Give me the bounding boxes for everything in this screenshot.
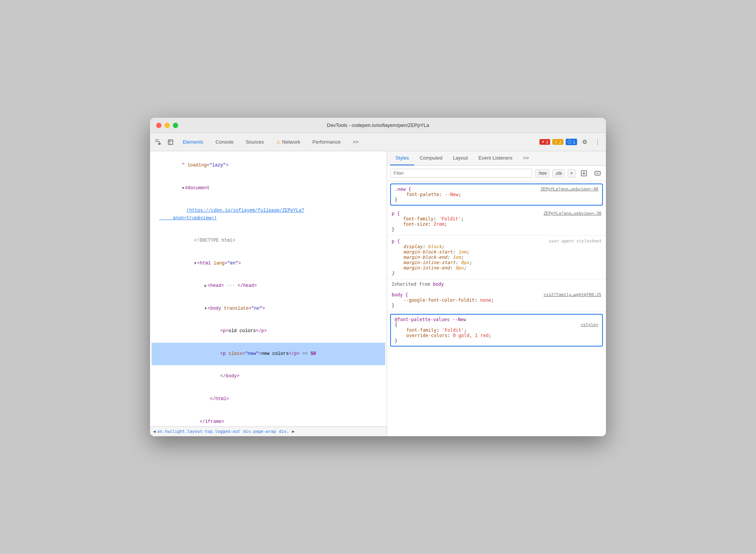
dom-line-head[interactable]: ▶<head> ··· </head> (152, 275, 385, 298)
breadcrumb-item-2[interactable]: div.page-wrap (243, 429, 276, 434)
rule-p1-header: ZEPpYLa?ano…ue&view=:30 p { (392, 211, 601, 216)
info-icon: ⓘ (568, 139, 572, 145)
inherited-element: body (433, 282, 444, 287)
inherited-label: Inherited from body (387, 279, 606, 289)
toggle-classes-icon[interactable] (592, 168, 603, 179)
rule-body-header: css2?family…wght@700:25 body { (392, 292, 601, 298)
panel-right: Styles Computed Layout Event Listeners >… (387, 151, 606, 436)
warn-count: 2 (559, 140, 561, 144)
rule-p1: ZEPpYLa?ano…ue&view=:30 p { font-family:… (387, 208, 606, 236)
hov-button[interactable]: :hov (535, 169, 549, 177)
dom-tree[interactable]: " loading="lazy"> ▼#document (https://cd… (150, 151, 387, 426)
rule-p-ua-prop-3: margin-block-end: 1em; (392, 255, 601, 260)
dom-line-body[interactable]: ▼<body translate="no"> (152, 298, 385, 320)
toolbar: Elements Console Sources ⚠ Network Perfo… (150, 133, 606, 151)
rule-new: ZEPpYLa?ano…ue&view=:40 .new { font-pale… (390, 184, 603, 206)
info-badge: ⓘ 1 (566, 139, 577, 145)
new-rule-icon[interactable] (579, 168, 589, 179)
warning-badge: ⚠ 2 (552, 139, 563, 145)
dom-line: " loading="lazy"> (152, 154, 385, 177)
rule-new-source[interactable]: ZEPpYLa?ano…ue&view=:40 (541, 187, 598, 192)
tab-more[interactable]: >> (348, 137, 364, 147)
titlebar: DevTools - codepen.io/sofiayem/pen/ZEPpY… (150, 118, 606, 133)
rule-font-palette-prop-1: font-family: 'Foldit'; (395, 328, 598, 333)
breadcrumb-item-3[interactable]: div. (279, 429, 289, 434)
rule-body-source[interactable]: css2?family…wght@700:25 (544, 292, 601, 297)
breadcrumb-bar: ◀ on.twilight.layout-top.logged-out div.… (150, 426, 387, 436)
tab-network[interactable]: ⚠ Network (271, 137, 306, 147)
traffic-lights (156, 123, 178, 128)
breadcrumb-item-1[interactable]: on.twilight.layout-top.logged-out (157, 429, 240, 434)
error-count: 3 (546, 140, 548, 144)
rule-font-palette-open: <style> { (395, 322, 598, 328)
dom-line-iframe-close: </iframe> (152, 410, 385, 426)
info-count: 1 (573, 140, 575, 144)
dom-line-html[interactable]: ▼<html lang="en"> (152, 252, 385, 275)
tab-styles[interactable]: Styles (390, 151, 414, 165)
window-title: DevTools - codepen.io/sofiayem/pen/ZEPpY… (327, 122, 429, 128)
more-menu-icon[interactable]: ⋮ (592, 137, 603, 147)
svg-rect-0 (156, 139, 158, 142)
rule-body-selector: body { (392, 292, 408, 298)
main-content: " loading="lazy"> ▼#document (https://cd… (150, 151, 606, 436)
rule-new-close: } (395, 197, 598, 203)
left-arrow[interactable]: ◀ (153, 429, 156, 434)
rule-p1-selector: p { (392, 211, 400, 216)
filter-input[interactable] (390, 169, 532, 178)
rule-new-header: ZEPpYLa?ano…ue&view=:40 .new { (395, 187, 598, 192)
rule-p1-source[interactable]: ZEPpYLa?ano…ue&view=:30 (544, 211, 601, 216)
right-arrow[interactable]: ▶ (292, 429, 295, 434)
dom-line-doctype: <!DOCTYPE html> (152, 230, 385, 252)
rule-p1-prop-1: font-family: 'Foldit'; (392, 216, 601, 222)
rule-p-ua-close: } (392, 271, 601, 276)
dom-line-link[interactable]: (https://cdpn.io/sofiayem/fullpage/ZEPpY… (152, 199, 385, 230)
rule-p1-close: } (392, 227, 601, 232)
rule-p-ua-prop-1: display: block; (392, 244, 601, 249)
error-badge: ✕ 3 (539, 139, 550, 145)
styles-tabs: Styles Computed Layout Event Listeners >… (387, 151, 606, 166)
rule-body-close: } (392, 303, 601, 308)
rule-p-ua-selector: p { (392, 239, 400, 244)
close-button[interactable] (156, 123, 161, 128)
inspect-icon[interactable] (165, 137, 176, 147)
minimize-button[interactable] (164, 123, 170, 128)
tab-elements[interactable]: Elements (177, 137, 209, 147)
selector-icon[interactable] (153, 137, 164, 147)
rule-p1-prop-2: font-size: 2rem; (392, 222, 601, 227)
rule-new-selector: .new { (395, 187, 411, 192)
rule-font-palette-header: @font-palette-values --New (395, 317, 598, 322)
rule-body: css2?family…wght@700:25 body { --google-… (387, 289, 606, 312)
rule-p-ua-source: user agent stylesheet (549, 239, 601, 244)
rule-p-ua-prop-2: margin-block-start: 1em; (392, 249, 601, 255)
settings-icon[interactable]: ⚙ (579, 137, 590, 147)
maximize-button[interactable] (173, 123, 178, 128)
dom-line[interactable]: ▼#document (152, 177, 385, 200)
dom-line-p-new[interactable]: <p class="new">new colors</p> == $0 (152, 343, 385, 366)
styles-content[interactable]: ZEPpYLa?ano…ue&view=:40 .new { font-pale… (387, 181, 606, 436)
rule-font-palette: @font-palette-values --New <style> { fon… (390, 314, 603, 347)
toolbar-right: ✕ 3 ⚠ 2 ⓘ 1 ⚙ ⋮ (539, 137, 603, 147)
dom-line-p-old[interactable]: <p>old colors</p> (152, 320, 385, 343)
tab-styles-more[interactable]: >> (518, 151, 534, 165)
warn-icon: ⚠ (554, 139, 558, 144)
dom-line-body-close: </body> (152, 365, 385, 388)
panel-left: " loading="lazy"> ▼#document (https://cd… (150, 151, 387, 436)
rule-p-ua: user agent stylesheet p { display: block… (387, 236, 606, 279)
tab-performance[interactable]: Performance (307, 137, 346, 147)
rule-font-palette-source[interactable]: <style> (581, 322, 598, 327)
devtools-window: DevTools - codepen.io/sofiayem/pen/ZEPpY… (150, 118, 606, 436)
cls-button[interactable]: .cls (552, 169, 565, 177)
rule-p-ua-prop-5: margin-inline-end: 0px; (392, 265, 601, 271)
rule-font-palette-close: } (395, 338, 598, 343)
styles-toolbar: :hov .cls + (387, 166, 606, 181)
rule-new-prop-1: font-palette: --New; (395, 192, 598, 197)
rule-body-prop-1: --google-font-color-foldit: none; (392, 298, 601, 303)
tab-computed[interactable]: Computed (414, 151, 448, 165)
error-icon: ✕ (541, 139, 545, 144)
tab-sources[interactable]: Sources (240, 137, 269, 147)
tab-event-listeners[interactable]: Event Listeners (473, 151, 518, 165)
warning-icon: ⚠ (276, 139, 281, 145)
tab-layout[interactable]: Layout (448, 151, 473, 165)
tab-console[interactable]: Console (210, 137, 239, 147)
add-rule-button[interactable]: + (568, 169, 576, 177)
